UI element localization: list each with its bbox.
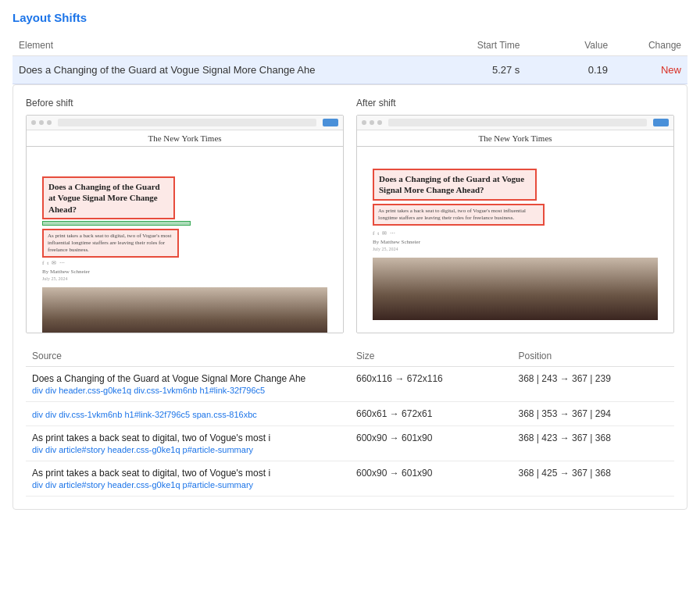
- summary-before: As print takes a back seat to digital, t…: [42, 229, 179, 258]
- toolbar-dot2: [370, 120, 374, 125]
- source-row-2: div div div.css-1vkm6nb h1#link-32f796c5…: [26, 402, 674, 426]
- before-shift-label: Before shift: [26, 98, 344, 109]
- size-val-3: 600x90 → 601x90: [356, 432, 432, 443]
- element-title: Does a Changing of the Guard at Vogue Si…: [12, 56, 416, 84]
- before-headline-area: Does a Changing of the Guard at Vogue Si…: [42, 176, 327, 281]
- source-name-3: As print takes a back seat to digital, t…: [32, 432, 344, 443]
- source-row-1: Does a Changing of the Guard at Vogue Si…: [26, 367, 674, 402]
- size-val-2: 660x61 → 672x61: [356, 408, 432, 419]
- toolbar-dot2: [39, 120, 44, 125]
- toolbar-dot3: [47, 120, 52, 125]
- source-table: Source Size Position Does a Changing of …: [26, 346, 674, 497]
- source-table-wrap: Source Size Position Does a Changing of …: [26, 346, 674, 497]
- source-row-4: As print takes a back seat to digital, t…: [26, 461, 674, 497]
- src-col-header-source: Source: [26, 346, 350, 367]
- source-name-1: Does a Changing of the Guard at Vogue Si…: [32, 373, 344, 384]
- before-shift-panel: Before shift: [26, 98, 344, 333]
- main-container: Layout Shifts Element Start Time Value C…: [0, 0, 700, 521]
- byline-after: By Matthew Schneier: [373, 239, 658, 245]
- pos-val-2: 368 | 353 → 367 | 294: [519, 408, 611, 419]
- source-name-4: As print takes a back seat to digital, t…: [32, 468, 344, 479]
- source-path-4: div div article#story header.css-g0ke1q …: [32, 480, 344, 489]
- source-row-3: As print takes a back seat to digital, t…: [26, 426, 674, 461]
- cls-value: 0.19: [526, 56, 614, 84]
- nyt-masthead: The New York Times: [357, 130, 673, 147]
- source-cell-4: As print takes a back seat to digital, t…: [26, 461, 350, 497]
- page-title: Layout Shifts: [12, 11, 688, 24]
- pos-val-3: 368 | 423 → 367 | 368: [519, 432, 611, 443]
- table-row[interactable]: Does a Changing of the Guard at Vogue Si…: [12, 56, 688, 84]
- source-cell-1: Does a Changing of the Guard at Vogue Si…: [26, 367, 350, 402]
- article-image-after: [373, 258, 658, 320]
- browser-btn: [653, 119, 669, 126]
- url-bar: [388, 119, 647, 126]
- col-header-element: Element: [12, 35, 416, 56]
- social-row: ft✉⋯: [42, 258, 327, 269]
- size-cell-3: 600x90 → 601x90: [350, 426, 512, 461]
- pos-cell-4: 368 | 425 → 367 | 368: [512, 461, 675, 497]
- col-header-start-time: Start Time: [416, 35, 527, 56]
- pos-val-1: 368 | 243 → 367 | 239: [519, 373, 611, 384]
- toolbar-dot1: [362, 120, 366, 125]
- after-shift-label: After shift: [356, 98, 674, 109]
- date: July 25, 2024: [42, 276, 327, 281]
- summary-after: As print takes a back seat to digital, t…: [373, 204, 545, 226]
- date-after: July 25, 2024: [373, 247, 658, 251]
- col-header-value: Value: [526, 35, 614, 56]
- toolbar-dot3: [377, 120, 382, 125]
- source-path-3: div div article#story header.css-g0ke1q …: [32, 445, 344, 454]
- headline-before: Does a Changing of the Guard at Vogue Si…: [42, 176, 175, 219]
- pos-val-4: 368 | 425 → 367 | 368: [519, 468, 611, 479]
- size-cell-2: 660x61 → 672x61: [350, 402, 512, 426]
- source-path-2: div div div.css-1vkm6nb h1#link-32f796c5…: [32, 410, 344, 419]
- size-cell-1: 660x116 → 672x116: [350, 367, 512, 402]
- size-cell-4: 600x90 → 601x90: [350, 461, 512, 497]
- source-cell-3: As print takes a back seat to digital, t…: [26, 426, 350, 461]
- change-badge: New: [614, 56, 688, 84]
- size-val-1: 660x116 → 672x116: [356, 373, 443, 384]
- preview-section: Before shift: [12, 84, 688, 510]
- after-shift-panel: After shift: [356, 98, 674, 333]
- pos-cell-3: 368 | 423 → 367 | 368: [512, 426, 675, 461]
- browser-btn: [323, 119, 338, 126]
- source-cell-2: div div div.css-1vkm6nb h1#link-32f796c5…: [26, 402, 350, 426]
- src-col-header-size: Size: [350, 346, 512, 367]
- article-image-before: [42, 287, 327, 333]
- before-screenshot: The New York Times Does a Changing of th…: [26, 115, 344, 333]
- src-col-header-position: Position: [512, 346, 675, 367]
- social-row-after: ft✉⋯: [373, 228, 658, 239]
- nyt-masthead: The New York Times: [27, 130, 343, 147]
- size-val-4: 600x90 → 601x90: [356, 468, 432, 479]
- after-screenshot: The New York Times Does a Changing of th…: [356, 115, 674, 333]
- col-header-change: Change: [614, 35, 688, 56]
- toolbar-dot1: [31, 120, 36, 125]
- start-time-value: 5.27 s: [416, 56, 527, 84]
- headline-after: Does a Changing of the Guard at Vogue Si…: [373, 169, 537, 201]
- pos-cell-2: 368 | 353 → 367 | 294: [512, 402, 675, 426]
- source-path-1: div div header.css-g0ke1q div.css-1vkm6n…: [32, 386, 344, 395]
- main-table: Element Start Time Value Change Does a C…: [12, 35, 688, 510]
- headline-underline: [42, 221, 191, 226]
- url-bar: [58, 119, 316, 126]
- byline: By Matthew Schneier: [42, 269, 327, 275]
- pos-cell-1: 368 | 243 → 367 | 239: [512, 367, 675, 402]
